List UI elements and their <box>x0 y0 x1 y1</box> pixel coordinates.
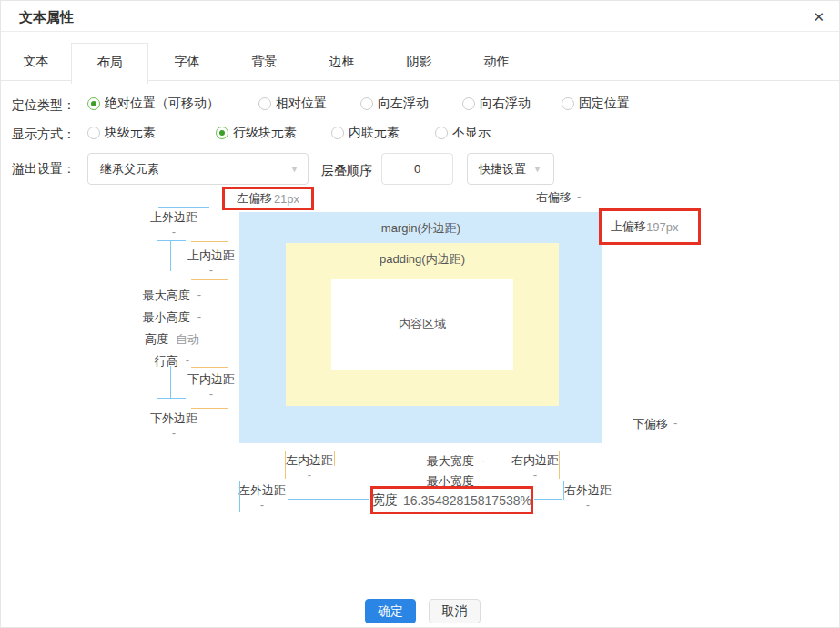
radio-icon <box>331 127 344 139</box>
overflow-label: 溢出设置： <box>12 161 76 177</box>
ruler-line <box>158 441 209 441</box>
line-height-value: - <box>186 353 189 370</box>
ruler-line <box>612 481 612 512</box>
height-label: 高度 <box>145 331 168 348</box>
radio-float-right[interactable]: 向右浮动 <box>462 96 531 112</box>
overflow-select[interactable]: 继承父元素 ▼ <box>87 153 309 185</box>
ruler-line <box>288 481 288 500</box>
line-height-label: 行高 <box>155 353 178 370</box>
min-height-label: 最小高度 <box>143 309 190 326</box>
radio-icon <box>87 127 100 139</box>
z-order-label: 层叠顺序 <box>321 163 372 179</box>
max-width-dim: 最大宽度 - <box>410 453 501 470</box>
left-offset-value: 21px <box>274 192 299 206</box>
bottom-offset-label: 下偏移 <box>633 416 668 432</box>
width-highlight: 宽度 16.35482815817538% <box>370 486 533 514</box>
radio-checked-icon <box>216 127 228 139</box>
max-height-label: 最大高度 <box>143 288 190 304</box>
tab-layout[interactable]: 布局 <box>71 43 148 84</box>
ruler-line <box>285 451 286 479</box>
radio-absolute-position[interactable]: 绝对位置（可移动） <box>87 96 219 112</box>
radio-option-label: 固定位置 <box>579 96 630 112</box>
margin-top-dim: 上外边距 - <box>145 210 203 239</box>
ruler-line <box>334 451 335 466</box>
padding-top-value: - <box>185 263 238 278</box>
radio-block-element[interactable]: 块级元素 <box>87 125 156 141</box>
tab-shadow[interactable]: 阴影 <box>380 43 458 80</box>
padding-top-dim: 上内边距 - <box>185 248 238 278</box>
ruler-line <box>158 207 209 208</box>
min-height-dim: 最小高度 - <box>136 309 208 326</box>
ruler-line <box>511 451 511 466</box>
text-properties-dialog: 文本属性 ✕ 文本 布局 字体 背景 边框 阴影 动作 定位类型： 绝对位置（可… <box>0 0 840 628</box>
radio-relative-position[interactable]: 相对位置 <box>258 96 327 112</box>
tab-bar: 文本 布局 字体 背景 边框 阴影 动作 <box>1 43 839 81</box>
max-height-value: - <box>197 288 201 304</box>
tab-font[interactable]: 字体 <box>148 43 226 80</box>
tab-action[interactable]: 动作 <box>458 43 535 80</box>
quick-set-label: 快捷设置 <box>479 161 526 177</box>
height-dim: 高度 自动 <box>136 331 208 348</box>
max-width-label: 最大宽度 <box>427 453 474 470</box>
z-order-input[interactable] <box>381 153 453 185</box>
tab-text[interactable]: 文本 <box>1 43 71 80</box>
ruler-line <box>191 241 228 242</box>
top-offset-highlight: 上偏移197px <box>599 208 701 245</box>
padding-left-label: 左内边距 <box>285 453 334 468</box>
padding-bottom-label: 下内边距 <box>185 372 238 387</box>
radio-checked-icon <box>87 97 100 110</box>
dialog-title: 文本属性 <box>19 9 74 26</box>
height-value: 自动 <box>176 331 199 348</box>
tab-border[interactable]: 边框 <box>303 43 380 80</box>
ruler-line <box>288 499 369 500</box>
left-offset-highlight: 左偏移21px <box>222 187 314 210</box>
chevron-down-icon: ▼ <box>533 165 541 174</box>
radio-inline-block-element[interactable]: 行级块元素 <box>216 125 297 141</box>
margin-right-value: - <box>563 498 612 512</box>
radio-no-display[interactable]: 不显示 <box>435 125 491 141</box>
padding-top-label: 上内边距 <box>185 248 238 263</box>
header-divider <box>1 31 839 32</box>
margin-bottom-value: - <box>145 426 203 441</box>
radio-float-left[interactable]: 向左浮动 <box>360 96 429 112</box>
cancel-button[interactable]: 取消 <box>429 599 481 623</box>
radio-inline-element[interactable]: 内联元素 <box>331 125 400 141</box>
right-offset: 右偏移 - <box>536 189 581 206</box>
positioning-label: 定位类型： <box>12 97 76 114</box>
tab-background[interactable]: 背景 <box>226 43 303 80</box>
padding-right-value: - <box>511 468 560 482</box>
margin-left-value: - <box>238 498 287 512</box>
margin-bottom-label: 下外边距 <box>145 411 203 426</box>
width-value: 16.35482815817538% <box>403 493 531 508</box>
padding-left-dim: 左内边距 - <box>285 453 334 482</box>
radio-option-label: 内联元素 <box>349 125 400 141</box>
ruler-line <box>534 499 562 500</box>
left-offset-label: 左偏移 <box>237 190 272 207</box>
ok-button[interactable]: 确定 <box>365 599 416 623</box>
close-icon[interactable]: ✕ <box>809 7 828 27</box>
radio-fixed-position[interactable]: 固定位置 <box>562 96 630 112</box>
ruler-line <box>191 367 228 368</box>
margin-right-label: 右外边距 <box>563 483 612 498</box>
width-label: 宽度 <box>372 492 398 509</box>
radio-icon <box>258 97 271 110</box>
ruler-line <box>170 366 171 399</box>
padding-box-label: padding(内边距) <box>286 251 559 268</box>
top-offset-label: 上偏移 <box>611 218 646 235</box>
radio-option-label: 行级块元素 <box>233 125 297 141</box>
margin-right-dim: 右外边距 - <box>563 483 612 512</box>
positioning-row: 定位类型： 绝对位置（可移动） 相对位置 向左浮动 向右浮动 固定位置 <box>1 96 839 116</box>
padding-bottom-dim: 下内边距 - <box>185 372 238 401</box>
min-height-value: - <box>197 309 201 326</box>
right-offset-value: - <box>577 189 581 206</box>
max-width-value: - <box>481 453 485 470</box>
display-mode-label: 显示方式： <box>12 127 76 143</box>
padding-bottom-value: - <box>185 387 238 401</box>
margin-top-value: - <box>145 225 203 239</box>
quick-set-select[interactable]: 快捷设置 ▼ <box>467 153 554 185</box>
max-height-dim: 最大高度 - <box>136 288 208 304</box>
content-box-label: 内容区域 <box>399 316 446 332</box>
radio-icon <box>462 97 475 110</box>
ruler-line <box>157 240 186 241</box>
chevron-down-icon: ▼ <box>290 165 299 174</box>
